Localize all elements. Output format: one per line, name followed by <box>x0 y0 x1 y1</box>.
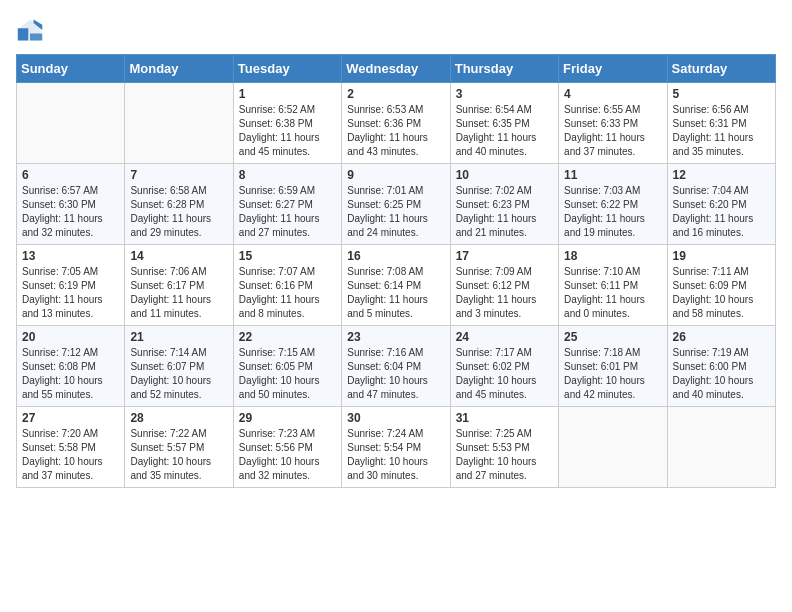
day-number: 15 <box>239 249 336 263</box>
day-number: 30 <box>347 411 444 425</box>
calendar-cell: 19Sunrise: 7:11 AM Sunset: 6:09 PM Dayli… <box>667 245 775 326</box>
calendar-cell <box>667 407 775 488</box>
calendar-header: SundayMondayTuesdayWednesdayThursdayFrid… <box>17 55 776 83</box>
calendar-cell: 30Sunrise: 7:24 AM Sunset: 5:54 PM Dayli… <box>342 407 450 488</box>
calendar-week-row: 13Sunrise: 7:05 AM Sunset: 6:19 PM Dayli… <box>17 245 776 326</box>
day-info: Sunrise: 7:02 AM Sunset: 6:23 PM Dayligh… <box>456 184 553 240</box>
day-info: Sunrise: 7:23 AM Sunset: 5:56 PM Dayligh… <box>239 427 336 483</box>
calendar-table: SundayMondayTuesdayWednesdayThursdayFrid… <box>16 54 776 488</box>
day-info: Sunrise: 7:05 AM Sunset: 6:19 PM Dayligh… <box>22 265 119 321</box>
day-number: 8 <box>239 168 336 182</box>
day-number: 2 <box>347 87 444 101</box>
day-number: 9 <box>347 168 444 182</box>
weekday-header: Thursday <box>450 55 558 83</box>
calendar-cell: 17Sunrise: 7:09 AM Sunset: 6:12 PM Dayli… <box>450 245 558 326</box>
calendar-cell: 21Sunrise: 7:14 AM Sunset: 6:07 PM Dayli… <box>125 326 233 407</box>
day-info: Sunrise: 7:14 AM Sunset: 6:07 PM Dayligh… <box>130 346 227 402</box>
page-header <box>16 16 776 44</box>
day-info: Sunrise: 7:15 AM Sunset: 6:05 PM Dayligh… <box>239 346 336 402</box>
calendar-cell: 4Sunrise: 6:55 AM Sunset: 6:33 PM Daylig… <box>559 83 667 164</box>
day-number: 31 <box>456 411 553 425</box>
logo-icon <box>16 16 44 44</box>
weekday-header: Wednesday <box>342 55 450 83</box>
day-info: Sunrise: 7:04 AM Sunset: 6:20 PM Dayligh… <box>673 184 770 240</box>
calendar-cell: 25Sunrise: 7:18 AM Sunset: 6:01 PM Dayli… <box>559 326 667 407</box>
day-info: Sunrise: 7:11 AM Sunset: 6:09 PM Dayligh… <box>673 265 770 321</box>
day-info: Sunrise: 7:01 AM Sunset: 6:25 PM Dayligh… <box>347 184 444 240</box>
day-info: Sunrise: 7:20 AM Sunset: 5:58 PM Dayligh… <box>22 427 119 483</box>
day-info: Sunrise: 7:06 AM Sunset: 6:17 PM Dayligh… <box>130 265 227 321</box>
day-info: Sunrise: 6:53 AM Sunset: 6:36 PM Dayligh… <box>347 103 444 159</box>
day-number: 25 <box>564 330 661 344</box>
weekday-header: Monday <box>125 55 233 83</box>
calendar-cell: 15Sunrise: 7:07 AM Sunset: 6:16 PM Dayli… <box>233 245 341 326</box>
day-number: 5 <box>673 87 770 101</box>
day-number: 26 <box>673 330 770 344</box>
calendar-cell: 9Sunrise: 7:01 AM Sunset: 6:25 PM Daylig… <box>342 164 450 245</box>
day-number: 19 <box>673 249 770 263</box>
calendar-cell: 12Sunrise: 7:04 AM Sunset: 6:20 PM Dayli… <box>667 164 775 245</box>
calendar-week-row: 27Sunrise: 7:20 AM Sunset: 5:58 PM Dayli… <box>17 407 776 488</box>
calendar-cell <box>125 83 233 164</box>
calendar-week-row: 6Sunrise: 6:57 AM Sunset: 6:30 PM Daylig… <box>17 164 776 245</box>
day-info: Sunrise: 7:10 AM Sunset: 6:11 PM Dayligh… <box>564 265 661 321</box>
day-number: 10 <box>456 168 553 182</box>
calendar-cell: 14Sunrise: 7:06 AM Sunset: 6:17 PM Dayli… <box>125 245 233 326</box>
day-info: Sunrise: 6:54 AM Sunset: 6:35 PM Dayligh… <box>456 103 553 159</box>
weekday-header: Sunday <box>17 55 125 83</box>
calendar-cell: 16Sunrise: 7:08 AM Sunset: 6:14 PM Dayli… <box>342 245 450 326</box>
day-number: 7 <box>130 168 227 182</box>
calendar-cell: 6Sunrise: 6:57 AM Sunset: 6:30 PM Daylig… <box>17 164 125 245</box>
calendar-cell: 23Sunrise: 7:16 AM Sunset: 6:04 PM Dayli… <box>342 326 450 407</box>
day-number: 27 <box>22 411 119 425</box>
day-number: 12 <box>673 168 770 182</box>
day-number: 13 <box>22 249 119 263</box>
day-info: Sunrise: 7:09 AM Sunset: 6:12 PM Dayligh… <box>456 265 553 321</box>
calendar-cell <box>17 83 125 164</box>
calendar-cell: 13Sunrise: 7:05 AM Sunset: 6:19 PM Dayli… <box>17 245 125 326</box>
day-number: 21 <box>130 330 227 344</box>
day-info: Sunrise: 6:57 AM Sunset: 6:30 PM Dayligh… <box>22 184 119 240</box>
day-info: Sunrise: 7:19 AM Sunset: 6:00 PM Dayligh… <box>673 346 770 402</box>
svg-rect-3 <box>18 28 29 40</box>
calendar-cell: 3Sunrise: 6:54 AM Sunset: 6:35 PM Daylig… <box>450 83 558 164</box>
calendar-cell: 1Sunrise: 6:52 AM Sunset: 6:38 PM Daylig… <box>233 83 341 164</box>
calendar-cell: 28Sunrise: 7:22 AM Sunset: 5:57 PM Dayli… <box>125 407 233 488</box>
weekday-header: Friday <box>559 55 667 83</box>
day-number: 20 <box>22 330 119 344</box>
day-info: Sunrise: 7:25 AM Sunset: 5:53 PM Dayligh… <box>456 427 553 483</box>
calendar-cell: 27Sunrise: 7:20 AM Sunset: 5:58 PM Dayli… <box>17 407 125 488</box>
logo <box>16 16 48 44</box>
day-info: Sunrise: 7:16 AM Sunset: 6:04 PM Dayligh… <box>347 346 444 402</box>
calendar-body: 1Sunrise: 6:52 AM Sunset: 6:38 PM Daylig… <box>17 83 776 488</box>
calendar-cell: 31Sunrise: 7:25 AM Sunset: 5:53 PM Dayli… <box>450 407 558 488</box>
calendar-cell: 24Sunrise: 7:17 AM Sunset: 6:02 PM Dayli… <box>450 326 558 407</box>
day-info: Sunrise: 7:12 AM Sunset: 6:08 PM Dayligh… <box>22 346 119 402</box>
day-info: Sunrise: 7:18 AM Sunset: 6:01 PM Dayligh… <box>564 346 661 402</box>
day-number: 29 <box>239 411 336 425</box>
day-info: Sunrise: 7:07 AM Sunset: 6:16 PM Dayligh… <box>239 265 336 321</box>
day-info: Sunrise: 7:22 AM Sunset: 5:57 PM Dayligh… <box>130 427 227 483</box>
calendar-cell <box>559 407 667 488</box>
calendar-cell: 10Sunrise: 7:02 AM Sunset: 6:23 PM Dayli… <box>450 164 558 245</box>
weekday-header: Saturday <box>667 55 775 83</box>
calendar-week-row: 1Sunrise: 6:52 AM Sunset: 6:38 PM Daylig… <box>17 83 776 164</box>
calendar-cell: 20Sunrise: 7:12 AM Sunset: 6:08 PM Dayli… <box>17 326 125 407</box>
day-info: Sunrise: 7:03 AM Sunset: 6:22 PM Dayligh… <box>564 184 661 240</box>
calendar-cell: 18Sunrise: 7:10 AM Sunset: 6:11 PM Dayli… <box>559 245 667 326</box>
day-number: 24 <box>456 330 553 344</box>
calendar-cell: 26Sunrise: 7:19 AM Sunset: 6:00 PM Dayli… <box>667 326 775 407</box>
day-info: Sunrise: 7:08 AM Sunset: 6:14 PM Dayligh… <box>347 265 444 321</box>
day-info: Sunrise: 6:55 AM Sunset: 6:33 PM Dayligh… <box>564 103 661 159</box>
day-number: 3 <box>456 87 553 101</box>
calendar-cell: 5Sunrise: 6:56 AM Sunset: 6:31 PM Daylig… <box>667 83 775 164</box>
day-number: 14 <box>130 249 227 263</box>
day-number: 28 <box>130 411 227 425</box>
day-info: Sunrise: 6:52 AM Sunset: 6:38 PM Dayligh… <box>239 103 336 159</box>
calendar-cell: 7Sunrise: 6:58 AM Sunset: 6:28 PM Daylig… <box>125 164 233 245</box>
calendar-cell: 11Sunrise: 7:03 AM Sunset: 6:22 PM Dayli… <box>559 164 667 245</box>
day-number: 23 <box>347 330 444 344</box>
day-info: Sunrise: 6:59 AM Sunset: 6:27 PM Dayligh… <box>239 184 336 240</box>
day-number: 11 <box>564 168 661 182</box>
day-number: 4 <box>564 87 661 101</box>
